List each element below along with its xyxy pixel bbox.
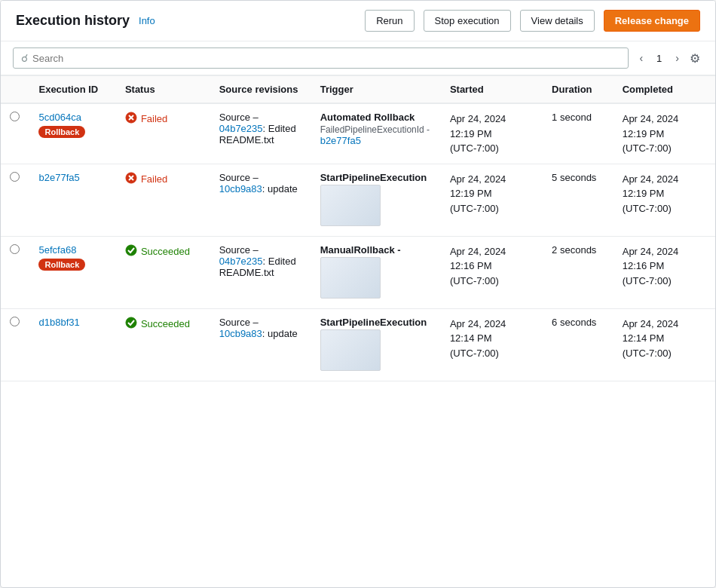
table-row: 5efcfa68RollbackSucceededSource – 04b7e2… <box>1 236 715 308</box>
succeeded-icon <box>125 317 137 331</box>
source-revision-link[interactable]: 10cb9a83 <box>219 183 262 194</box>
exec-id-link[interactable]: d1b8bf31 <box>38 317 106 328</box>
status-label: Succeeded <box>141 246 190 257</box>
row-completed-cell: Apr 24, 202412:16 PM(UTC-7:00) <box>613 236 715 308</box>
stop-execution-button[interactable]: Stop execution <box>424 10 511 32</box>
row-duration-cell: 6 seconds <box>543 308 613 381</box>
row-exec-id-cell: b2e77fa5 <box>29 164 115 236</box>
source-revision-link[interactable]: 04b7e235 <box>219 123 263 134</box>
search-input[interactable] <box>32 53 620 64</box>
trigger-link[interactable]: b2e77fa5 <box>320 135 361 146</box>
failed-icon <box>125 172 137 186</box>
trigger-title: ManualRollback - <box>320 244 432 256</box>
release-change-button[interactable]: Release change <box>604 10 700 32</box>
completed-date: Apr 24, 202412:19 PM(UTC-7:00) <box>623 112 706 156</box>
rollback-badge: Rollback <box>38 126 85 138</box>
row-source-cell: Source – 10cb9a83: update <box>210 308 311 381</box>
completed-date: Apr 24, 202412:14 PM(UTC-7:00) <box>623 317 706 361</box>
execution-table: Execution ID Status Source revisions Tri… <box>1 75 715 381</box>
th-source-revisions: Source revisions <box>210 76 311 104</box>
view-details-button[interactable]: View details <box>520 10 595 32</box>
started-date: Apr 24, 202412:19 PM(UTC-7:00) <box>450 112 534 156</box>
failed-icon <box>125 112 137 126</box>
status-badge: Failed <box>125 112 201 126</box>
settings-button[interactable]: ⚙ <box>687 48 703 69</box>
status-label: Failed <box>141 113 167 124</box>
row-radio-cell <box>1 236 29 308</box>
page-title: Execution history <box>16 13 130 29</box>
rerun-button[interactable]: Rerun <box>365 10 414 32</box>
svg-point-7 <box>126 317 136 328</box>
row-completed-cell: Apr 24, 202412:19 PM(UTC-7:00) <box>613 103 715 164</box>
table-row: 5cd064caRollbackFailedSource – 04b7e235:… <box>1 103 715 164</box>
row-source-cell: Source – 10cb9a83: update <box>210 164 311 236</box>
exec-id-link[interactable]: 5efcfa68 <box>38 244 106 256</box>
source-revision-link[interactable]: 10cb9a83 <box>219 328 262 339</box>
row-status-cell: Succeeded <box>116 308 210 381</box>
row-source-cell: Source – 04b7e235: Edited README.txt <box>210 103 311 164</box>
started-date: Apr 24, 202412:16 PM(UTC-7:00) <box>450 244 534 289</box>
source-revision-link[interactable]: 04b7e235 <box>219 256 263 267</box>
rollback-badge: Rollback <box>38 259 85 271</box>
row-status-cell: Failed <box>116 164 210 236</box>
th-started: Started <box>441 76 543 104</box>
row-radio-cell <box>1 103 29 164</box>
table-header-row: Execution ID Status Source revisions Tri… <box>1 76 715 104</box>
prev-page-button[interactable]: ‹ <box>635 49 647 67</box>
completed-date: Apr 24, 202412:16 PM(UTC-7:00) <box>623 244 706 289</box>
row-select-radio[interactable] <box>10 244 20 254</box>
row-exec-id-cell: 5efcfa68Rollback <box>29 236 115 308</box>
row-trigger-cell: ManualRollback - <box>311 236 441 308</box>
trigger-title: StartPipelineExecution <box>320 172 432 183</box>
row-trigger-cell: Automated RollbackFailedPipelineExecutio… <box>311 103 441 164</box>
status-badge: Failed <box>125 172 201 186</box>
row-duration-cell: 2 seconds <box>543 236 613 308</box>
next-page-button[interactable]: › <box>671 49 684 67</box>
status-label: Failed <box>141 173 167 185</box>
row-started-cell: Apr 24, 202412:14 PM(UTC-7:00) <box>441 308 543 381</box>
trigger-thumbnail <box>320 185 381 226</box>
row-select-radio[interactable] <box>10 172 20 182</box>
exec-id-link[interactable]: b2e77fa5 <box>38 172 106 183</box>
exec-id-link[interactable]: 5cd064ca <box>38 112 106 123</box>
search-bar: ☌ ‹ 1 › ⚙ <box>1 41 715 75</box>
th-duration: Duration <box>543 76 613 104</box>
row-completed-cell: Apr 24, 202412:14 PM(UTC-7:00) <box>613 308 715 381</box>
row-exec-id-cell: d1b8bf31 <box>29 308 115 381</box>
current-page: 1 <box>650 50 668 67</box>
table-row: b2e77fa5FailedSource – 10cb9a83: updateS… <box>1 164 715 236</box>
row-radio-cell <box>1 308 29 381</box>
row-status-cell: Failed <box>116 103 210 164</box>
row-select-radio[interactable] <box>10 317 20 326</box>
row-status-cell: Succeeded <box>116 236 210 308</box>
row-radio-cell <box>1 164 29 236</box>
table-row: d1b8bf31SucceededSource – 10cb9a83: upda… <box>1 308 715 381</box>
status-badge: Succeeded <box>125 317 201 331</box>
th-completed: Completed <box>613 76 715 104</box>
search-icon: ☌ <box>21 52 28 64</box>
th-status: Status <box>116 76 210 104</box>
trigger-title: StartPipelineExecution <box>320 317 432 328</box>
info-link[interactable]: Info <box>139 15 155 26</box>
status-label: Succeeded <box>141 318 190 329</box>
row-select-radio[interactable] <box>10 112 20 121</box>
pagination: ‹ 1 › ⚙ <box>635 48 703 69</box>
row-started-cell: Apr 24, 202412:16 PM(UTC-7:00) <box>441 236 543 308</box>
trigger-thumbnail <box>320 329 381 371</box>
completed-date: Apr 24, 202412:19 PM(UTC-7:00) <box>623 172 706 216</box>
row-started-cell: Apr 24, 202412:19 PM(UTC-7:00) <box>441 103 543 164</box>
execution-history-header: Execution history Info Rerun Stop execut… <box>1 1 715 41</box>
row-trigger-cell: StartPipelineExecution <box>311 308 441 381</box>
row-started-cell: Apr 24, 202412:19 PM(UTC-7:00) <box>441 164 543 236</box>
trigger-thumbnail <box>320 257 381 299</box>
th-select <box>1 76 29 104</box>
row-exec-id-cell: 5cd064caRollback <box>29 103 115 164</box>
trigger-title: Automated Rollback <box>320 112 432 123</box>
row-trigger-cell: StartPipelineExecution <box>311 164 441 236</box>
row-duration-cell: 1 second <box>543 103 613 164</box>
search-wrapper: ☌ <box>13 47 629 69</box>
row-duration-cell: 5 seconds <box>543 164 613 236</box>
row-completed-cell: Apr 24, 202412:19 PM(UTC-7:00) <box>613 164 715 236</box>
th-trigger: Trigger <box>311 76 441 104</box>
succeeded-icon <box>125 244 137 259</box>
